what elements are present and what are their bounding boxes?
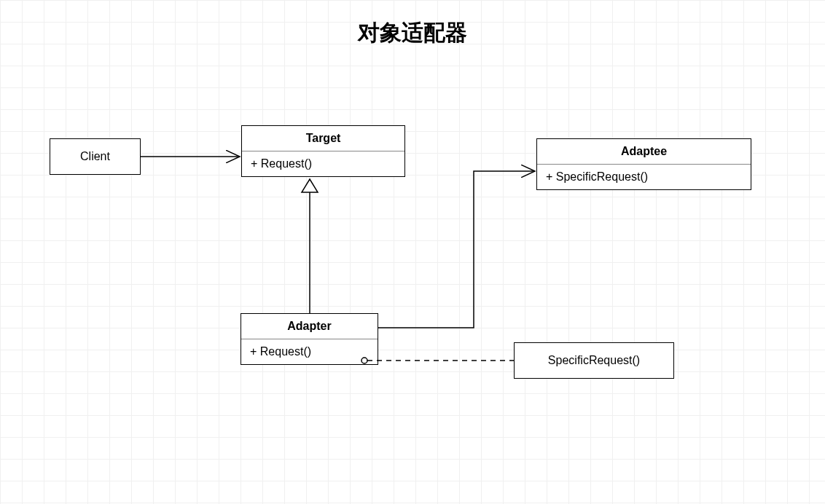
adapter-class: Adapter + Request() [241, 313, 378, 365]
note-box: SpecificRequest() [514, 342, 674, 379]
target-class: Target + Request() [241, 125, 405, 177]
adaptee-name: Adaptee [537, 139, 751, 165]
adaptee-method: + SpecificRequest() [537, 165, 751, 189]
diagram-title: 对象适配器 [0, 18, 825, 48]
note-label: SpecificRequest() [548, 354, 640, 367]
client-label: Client [80, 150, 110, 163]
target-name: Target [242, 126, 404, 151]
connectors [0, 0, 825, 504]
adaptee-class: Adaptee + SpecificRequest() [536, 138, 751, 190]
adapter-method: + Request() [241, 339, 378, 364]
target-method: + Request() [242, 151, 404, 176]
adapter-name: Adapter [241, 314, 378, 339]
client-box: Client [50, 138, 141, 175]
